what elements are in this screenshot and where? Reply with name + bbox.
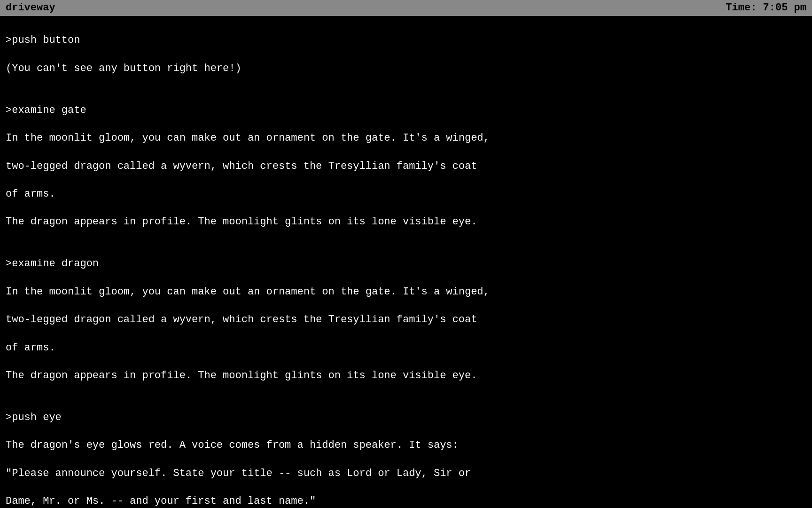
time-display: Time: 7:05 pm [726, 1, 806, 15]
location-label: driveway [6, 1, 55, 15]
response-line: In the moonlit gloom, you can make out a… [6, 285, 806, 299]
empty-line [6, 243, 806, 257]
command-line: >push eye [6, 411, 806, 425]
response-line: Dame, Mr. or Ms. -- and your first and l… [6, 494, 806, 508]
command-line: >examine dragon [6, 257, 806, 271]
response-line: of arms. [6, 341, 806, 355]
command-line: >push button [6, 33, 806, 48]
empty-line [6, 397, 806, 411]
game-content: >push button (You can't see any button r… [0, 16, 812, 508]
command-line: >examine gate [6, 103, 806, 118]
response-line: The dragon appears in profile. The moonl… [6, 369, 806, 383]
response-line: The dragon appears in profile. The moonl… [6, 215, 806, 229]
response-line: (You can't see any button right here!) [6, 62, 806, 76]
response-line: In the moonlit gloom, you can make out a… [6, 131, 806, 145]
response-line: The dragon's eye glows red. A voice come… [6, 438, 806, 452]
response-line: two-legged dragon called a wyvern, which… [6, 313, 806, 327]
response-line: "Please announce yourself. State your ti… [6, 467, 806, 481]
response-line: of arms. [6, 187, 806, 201]
empty-line [6, 89, 806, 103]
title-bar: driveway Time: 7:05 pm [0, 0, 812, 16]
response-line: two-legged dragon called a wyvern, which… [6, 159, 806, 174]
